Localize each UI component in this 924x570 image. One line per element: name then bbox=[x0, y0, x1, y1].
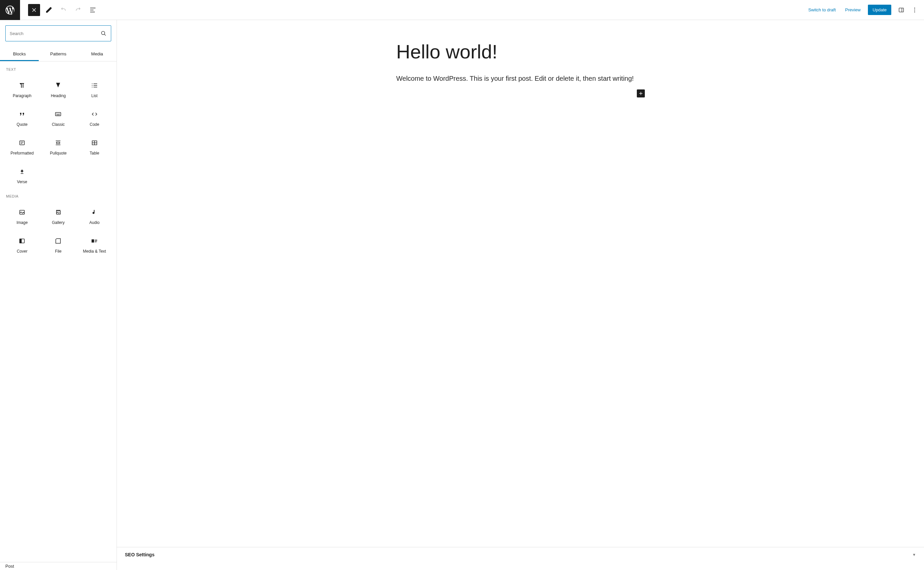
breadcrumb[interactable]: Post bbox=[0, 562, 117, 570]
block-label: Pullquote bbox=[50, 151, 66, 156]
tab-patterns[interactable]: Patterns bbox=[39, 47, 77, 61]
pencil-icon bbox=[45, 6, 53, 14]
document-overview-button[interactable] bbox=[87, 4, 99, 16]
heading-icon bbox=[54, 81, 62, 89]
block-label: Gallery bbox=[52, 220, 64, 225]
top-toolbar: Switch to draft Preview Update bbox=[0, 0, 924, 20]
block-list[interactable]: List bbox=[78, 76, 111, 102]
svg-rect-7 bbox=[57, 142, 60, 144]
table-icon bbox=[91, 139, 98, 147]
svg-point-2 bbox=[914, 9, 915, 10]
redo-button[interactable] bbox=[72, 4, 84, 16]
block-file[interactable]: File bbox=[41, 231, 75, 257]
block-cover[interactable]: Cover bbox=[5, 231, 39, 257]
more-vertical-icon bbox=[911, 7, 918, 13]
block-label: Cover bbox=[17, 249, 28, 254]
quote-icon bbox=[18, 110, 26, 118]
block-quote[interactable]: Quote bbox=[5, 105, 39, 131]
svg-point-1 bbox=[914, 7, 915, 8]
classic-icon bbox=[54, 110, 62, 118]
redo-icon bbox=[74, 6, 82, 14]
plus-icon bbox=[638, 91, 643, 96]
post-title[interactable]: Hello world! bbox=[396, 40, 645, 63]
wordpress-icon bbox=[5, 5, 15, 15]
tab-media[interactable]: Media bbox=[78, 47, 117, 61]
list-view-icon bbox=[89, 6, 97, 14]
media-text-icon bbox=[91, 237, 98, 245]
update-button[interactable]: Update bbox=[868, 5, 891, 15]
block-label: List bbox=[91, 93, 98, 98]
seo-settings-title: SEO Settings bbox=[125, 552, 155, 557]
svg-rect-6 bbox=[20, 141, 25, 145]
block-label: Quote bbox=[17, 122, 28, 127]
editor-canvas: Hello world! Welcome to WordPress. This … bbox=[117, 20, 924, 570]
block-list[interactable]: TEXT Paragraph Heading List Quote bbox=[0, 61, 117, 570]
svg-rect-0 bbox=[899, 8, 903, 12]
code-icon bbox=[91, 110, 98, 118]
block-label: Paragraph bbox=[13, 93, 31, 98]
block-label: Classic bbox=[52, 122, 65, 127]
add-block-button[interactable] bbox=[637, 89, 645, 97]
category-media: MEDIA bbox=[6, 194, 111, 198]
block-label: File bbox=[55, 249, 61, 254]
block-label: Audio bbox=[89, 220, 100, 225]
post-body[interactable]: Welcome to WordPress. This is your first… bbox=[396, 73, 645, 84]
verse-icon bbox=[18, 167, 26, 176]
search-input[interactable] bbox=[10, 31, 100, 36]
block-image[interactable]: Image bbox=[5, 203, 39, 229]
switch-to-draft-button[interactable]: Switch to draft bbox=[803, 5, 840, 15]
block-audio[interactable]: Audio bbox=[78, 203, 111, 229]
options-button[interactable] bbox=[909, 4, 921, 16]
preview-button[interactable]: Preview bbox=[841, 5, 865, 15]
block-label: Code bbox=[89, 122, 99, 127]
wordpress-logo[interactable] bbox=[0, 0, 20, 20]
block-label: Media & Text bbox=[83, 249, 106, 254]
block-table[interactable]: Table bbox=[78, 133, 111, 159]
block-pullquote[interactable]: Pullquote bbox=[41, 133, 75, 159]
undo-icon bbox=[60, 6, 68, 14]
sidebar-icon bbox=[898, 7, 905, 13]
pullquote-icon bbox=[54, 139, 62, 147]
search-box bbox=[5, 25, 111, 41]
block-label: Table bbox=[89, 151, 99, 156]
svg-point-3 bbox=[914, 11, 915, 12]
svg-point-4 bbox=[101, 31, 105, 35]
seo-settings-panel[interactable]: SEO Settings ▼ bbox=[117, 547, 924, 562]
gallery-icon bbox=[54, 208, 62, 216]
tab-blocks[interactable]: Blocks bbox=[0, 47, 39, 61]
chevron-down-icon: ▼ bbox=[912, 553, 916, 557]
list-icon bbox=[91, 81, 98, 89]
block-label: Heading bbox=[51, 93, 66, 98]
close-icon bbox=[31, 7, 37, 13]
undo-button[interactable] bbox=[57, 4, 69, 16]
svg-rect-13 bbox=[92, 240, 94, 242]
paragraph-icon bbox=[18, 81, 26, 89]
block-gallery[interactable]: Gallery bbox=[41, 203, 75, 229]
block-media-text[interactable]: Media & Text bbox=[78, 231, 111, 257]
block-inserter-panel: Blocks Patterns Media TEXT Paragraph Hea… bbox=[0, 20, 117, 570]
image-icon bbox=[18, 208, 26, 216]
tools-button[interactable] bbox=[43, 4, 55, 16]
block-code[interactable]: Code bbox=[78, 105, 111, 131]
block-verse[interactable]: Verse bbox=[5, 162, 39, 188]
audio-icon bbox=[91, 208, 98, 216]
preformatted-icon bbox=[18, 139, 26, 147]
cover-icon bbox=[18, 237, 26, 245]
block-heading[interactable]: Heading bbox=[41, 76, 75, 102]
block-paragraph[interactable]: Paragraph bbox=[5, 76, 39, 102]
settings-sidebar-toggle[interactable] bbox=[895, 4, 907, 16]
search-icon bbox=[100, 30, 107, 37]
block-label: Verse bbox=[17, 179, 28, 184]
category-text: TEXT bbox=[6, 67, 111, 71]
close-inserter-button[interactable] bbox=[28, 4, 40, 16]
svg-rect-5 bbox=[55, 112, 61, 116]
svg-rect-12 bbox=[20, 239, 21, 243]
block-label: Image bbox=[16, 220, 28, 225]
file-icon bbox=[54, 237, 62, 245]
block-classic[interactable]: Classic bbox=[41, 105, 75, 131]
block-label: Preformatted bbox=[10, 151, 34, 156]
block-preformatted[interactable]: Preformatted bbox=[5, 133, 39, 159]
inserter-tabs: Blocks Patterns Media bbox=[0, 47, 117, 61]
